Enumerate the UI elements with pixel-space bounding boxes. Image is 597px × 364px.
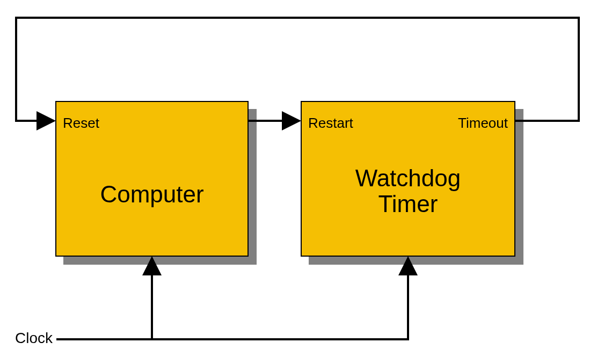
wire-clock-to-watchdog <box>152 258 408 339</box>
wire-clock-to-computer <box>56 258 152 339</box>
watchdog-block-title: Watchdog Timer <box>302 165 514 217</box>
clock-signal-label: Clock <box>15 330 53 347</box>
watchdog-restart-port-label: Restart <box>308 115 353 132</box>
computer-reset-port-label: Reset <box>63 115 99 132</box>
watchdog-timeout-port-label: Timeout <box>458 115 508 132</box>
computer-block: Reset Computer <box>55 101 249 257</box>
computer-block-title: Computer <box>56 181 247 207</box>
watchdog-block: Restart Timeout Watchdog Timer <box>301 101 515 257</box>
